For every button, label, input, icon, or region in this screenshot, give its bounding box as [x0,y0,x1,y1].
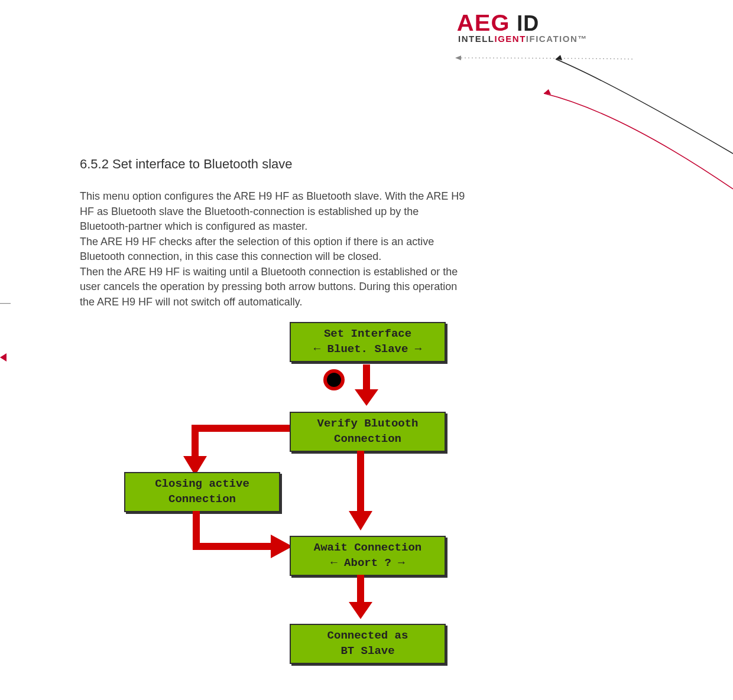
margin-red-arrow-icon [0,353,7,362]
screen-set-interface: Set Interface ← Bluet. Slave → [290,322,446,362]
section-title: 6.5.2 Set interface to Bluetooth slave [80,157,293,172]
svg-rect-7 [357,451,364,513]
screen-conn-line1: Connected as [327,629,408,644]
screen-close-line1: Closing active [155,477,249,492]
arrow-branch-left-icon [171,411,296,478]
brand-logo: AEG ID INTELL IGENT IFICATION™ [458,11,576,44]
logo-id: ID [517,11,539,36]
svg-rect-5 [363,364,370,391]
svg-marker-8 [349,511,372,530]
screen-close-line2: Connection [168,492,236,507]
svg-rect-12 [357,575,364,603]
screen-conn-line2: BT Slave [340,644,394,659]
screen-connected-slave: Connected as BT Slave [290,624,446,664]
svg-point-4 [327,373,341,387]
screen-verify-line1: Verify Blutooth [317,416,418,432]
arrow-down-icon [355,364,378,406]
svg-marker-6 [355,389,378,406]
screen-await-line1: Await Connection [314,541,421,556]
screen-set-line2: ← Bluet. Slave → [314,342,421,357]
arrow-down-icon [349,451,372,530]
screen-verify-bluetooth: Verify Blutooth Connection [290,412,446,452]
screen-await-line2: ← Abort ? → [330,556,404,571]
arrow-down-icon [349,575,372,619]
screen-closing-connection: Closing active Connection [124,472,280,512]
screen-await-connection: Await Connection ← Abort ? → [290,536,446,576]
svg-marker-13 [349,602,372,619]
tagline-part-3: IFICATION™ [526,34,588,44]
enter-button-icon [322,368,346,392]
logo-aeg: AEG [457,11,510,36]
svg-marker-0 [455,56,461,60]
screen-verify-line2: Connection [334,432,401,447]
section-paragraph: This menu option configures the ARE H9 H… [80,189,470,310]
svg-marker-2 [544,89,551,95]
margin-mark: — [0,297,11,309]
flowchart: Set Interface ← Bluet. Slave → Verify Bl… [118,322,473,688]
screen-set-line1: Set Interface [324,327,411,342]
arrow-branch-right-icon [189,511,296,558]
svg-marker-1 [556,55,562,60]
